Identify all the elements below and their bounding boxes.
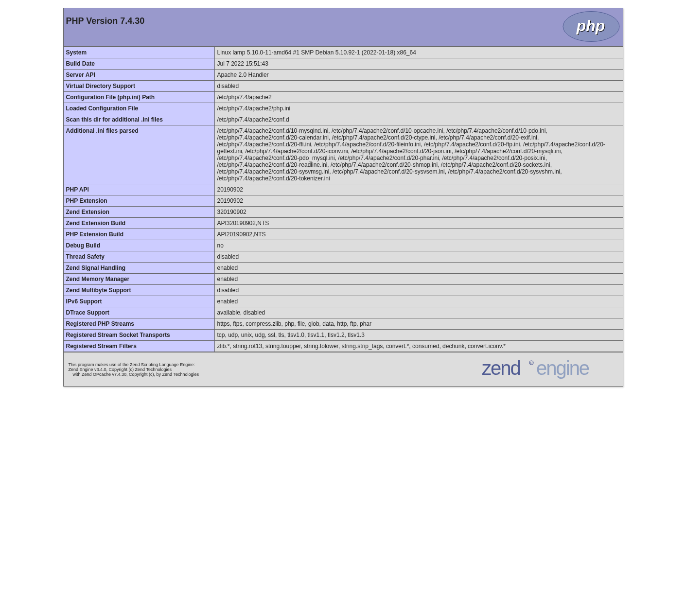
info-value: API320190902,NTS	[214, 218, 623, 229]
zend-line-1: This program makes use of the Zend Scrip…	[69, 362, 195, 367]
zend-line-3: with Zend OPcache v7.4.30, Copyright (c)…	[73, 372, 199, 377]
info-label: Thread Safety	[63, 251, 214, 263]
info-label: System	[63, 47, 214, 58]
header-table: php php PHP Version 7.4.30	[63, 8, 623, 47]
info-value: 20190902	[214, 195, 623, 207]
info-label: Zend Memory Manager	[63, 274, 214, 285]
info-value: Linux lamp 5.10.0-11-amd64 #1 SMP Debian…	[214, 47, 623, 58]
table-row: Zend Extension320190902	[63, 207, 623, 218]
info-label: Scan this dir for additional .ini files	[63, 114, 214, 125]
table-row: DTrace Supportavailable, disabled	[63, 307, 623, 318]
info-table: SystemLinux lamp 5.10.0-11-amd64 #1 SMP …	[63, 47, 623, 352]
info-label: Additional .ini files parsed	[63, 125, 214, 184]
info-value: enabled	[214, 296, 623, 307]
info-label: Loaded Configuration File	[63, 103, 214, 114]
info-value: 320190902	[214, 207, 623, 218]
table-row: Virtual Directory Supportdisabled	[63, 81, 623, 92]
table-row: PHP Extension BuildAPI20190902,NTS	[63, 229, 623, 240]
info-value: zlib.*, string.rot13, string.toupper, st…	[214, 341, 623, 352]
table-row: Registered Stream Filterszlib.*, string.…	[63, 341, 623, 352]
svg-text:R: R	[530, 361, 532, 365]
zend-logo-link[interactable]: zend R engine	[479, 354, 620, 384]
info-value: tcp, udp, unix, udg, ssl, tls, tlsv1.0, …	[214, 330, 623, 341]
info-label: Zend Multibyte Support	[63, 285, 214, 296]
table-row: Registered PHP Streamshttps, ftps, compr…	[63, 318, 623, 330]
info-value: Apache 2.0 Handler	[214, 70, 623, 81]
svg-text:php: php	[576, 17, 605, 35]
table-row: PHP API20190902	[63, 184, 623, 195]
info-label: Virtual Directory Support	[63, 81, 214, 92]
info-label: PHP Extension Build	[63, 229, 214, 240]
info-value: enabled	[214, 263, 623, 274]
table-row: Zend Memory Managerenabled	[63, 274, 623, 285]
info-value: disabled	[214, 285, 623, 296]
table-row: Server APIApache 2.0 Handler	[63, 70, 623, 81]
info-value: disabled	[214, 251, 623, 263]
table-row: Zend Multibyte Supportdisabled	[63, 285, 623, 296]
zend-logo-icon: zend R engine	[482, 356, 618, 381]
info-label: IPv6 Support	[63, 296, 214, 307]
table-row: Thread Safetydisabled	[63, 251, 623, 263]
svg-text:engine: engine	[536, 357, 589, 379]
info-label: Registered Stream Socket Transports	[63, 330, 214, 341]
page-title: PHP Version 7.4.30	[66, 16, 620, 26]
info-value: /etc/php/7.4/apache2	[214, 92, 623, 103]
table-row: Loaded Configuration File/etc/php/7.4/ap…	[63, 103, 623, 114]
info-value: https, ftps, compress.zlib, php, file, g…	[214, 318, 623, 330]
info-label: Registered PHP Streams	[63, 318, 214, 330]
table-row: Zend Signal Handlingenabled	[63, 263, 623, 274]
info-label: Registered Stream Filters	[63, 341, 214, 352]
php-logo-icon: php php	[562, 10, 620, 43]
info-label: PHP API	[63, 184, 214, 195]
info-label: Server API	[63, 70, 214, 81]
info-value: /etc/php/7.4/apache2/conf.d/10-mysqlnd.i…	[214, 125, 623, 184]
table-row: Scan this dir for additional .ini files/…	[63, 114, 623, 125]
info-label: Configuration File (php.ini) Path	[63, 92, 214, 103]
table-row: SystemLinux lamp 5.10.0-11-amd64 #1 SMP …	[63, 47, 623, 58]
table-row: IPv6 Supportenabled	[63, 296, 623, 307]
info-label: Build Date	[63, 58, 214, 70]
info-value: API20190902,NTS	[214, 229, 623, 240]
info-value: 20190902	[214, 184, 623, 195]
table-row: Debug Buildno	[63, 240, 623, 251]
info-label: PHP Extension	[63, 195, 214, 207]
info-value: available, disabled	[214, 307, 623, 318]
info-value: /etc/php/7.4/apache2/php.ini	[214, 103, 623, 114]
info-value: /etc/php/7.4/apache2/conf.d	[214, 114, 623, 125]
table-row: Registered Stream Socket Transportstcp, …	[63, 330, 623, 341]
info-label: DTrace Support	[63, 307, 214, 318]
zend-credits: This program makes use of the Zend Scrip…	[66, 360, 201, 379]
info-value: disabled	[214, 81, 623, 92]
zend-footer-table: This program makes use of the Zend Scrip…	[63, 352, 623, 387]
table-row: Additional .ini files parsed/etc/php/7.4…	[63, 125, 623, 184]
table-row: Configuration File (php.ini) Path/etc/ph…	[63, 92, 623, 103]
svg-text:zend: zend	[482, 357, 520, 379]
info-value: Jul 7 2022 15:51:43	[214, 58, 623, 70]
info-value: no	[214, 240, 623, 251]
info-label: Debug Build	[63, 240, 214, 251]
info-label: Zend Signal Handling	[63, 263, 214, 274]
table-row: Build DateJul 7 2022 15:51:43	[63, 58, 623, 70]
zend-line-2: Zend Engine v3.4.0, Copyright (c) Zend T…	[69, 367, 172, 372]
info-value: enabled	[214, 274, 623, 285]
table-row: Zend Extension BuildAPI320190902,NTS	[63, 218, 623, 229]
php-logo-link[interactable]: php php	[562, 10, 620, 44]
table-row: PHP Extension20190902	[63, 195, 623, 207]
info-label: Zend Extension	[63, 207, 214, 218]
info-label: Zend Extension Build	[63, 218, 214, 229]
